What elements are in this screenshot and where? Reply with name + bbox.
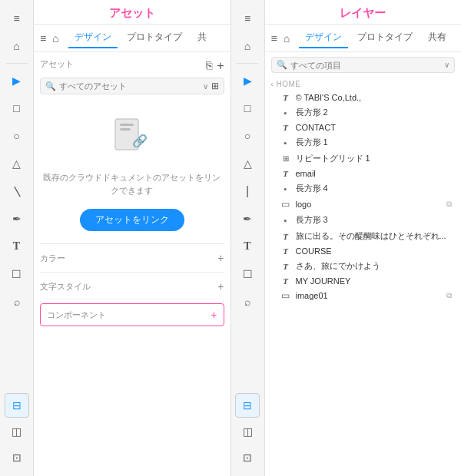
layers-icon-right[interactable]: ⊟ [235,393,260,418]
type-icon-7: ▭ [280,199,291,210]
type-icon-12: T [280,276,291,286]
search-tool-left[interactable]: ⌕ [5,289,29,314]
home-icon-left[interactable]: ⌂ [5,34,29,58]
link-asset-button[interactable]: アセットをリンク [80,209,184,231]
assets-section-title: アセット [40,58,74,70]
add-text-style-btn[interactable]: + [217,280,224,293]
search-icon-layers: 🔍 [277,60,287,70]
home-btn-layers[interactable]: ⌂ [284,32,290,45]
left-icon-sidebar: ≡ ⌂ ▶ □ ○ △ | ✒ T ☐ ⌕ ⊟ ◫ ⊡ [0,0,34,476]
hamburger-icon[interactable]: ≡ [5,6,29,31]
chevron-down-layers[interactable]: ∨ [444,61,449,69]
text-style-section: 文字スタイル + [40,272,224,300]
circle-tool[interactable]: ○ [5,124,29,148]
layer-name-13: image01 [296,291,443,300]
text-tool-left[interactable]: T [5,234,29,259]
text-tool-right[interactable]: T [235,234,260,259]
assets-panel: アセット ≡ ⌂ デザイン プロトタイプ 共 アセット ⎘ + 🔍 [34,0,230,476]
assets-search-input[interactable] [59,81,200,91]
layer-item[interactable]: T さあ、旅にでかけよう [268,258,459,274]
layers-body: ‹ HOME T © TABI'S Co,Ltd., ▪ 長方形 2 T C [265,78,462,476]
circle-tool-right[interactable]: ○ [235,124,260,148]
type-icon-9: T [280,232,291,241]
layer-item[interactable]: T CONTACT [268,121,459,134]
svg-text:🔗: 🔗 [132,134,148,148]
layer-item[interactable]: ▭ logo ⧉ [268,197,459,212]
bottom-icons-left: ⊟ ◫ ⊡ [5,393,29,476]
tab-prototype-layers[interactable]: プロトタイプ [351,28,419,48]
assets-body: アセット ⎘ + 🔍 ∨ ⊞ [34,52,230,476]
layer-name-11: さあ、旅にでかけよう [296,260,453,272]
layer-name-0: © TABI'S Co,Ltd., [296,93,453,102]
cursor-tool-right[interactable]: ▶ [235,68,260,93]
color-label: カラー [40,253,65,264]
tab-share-assets[interactable]: 共 [191,28,213,48]
color-section: カラー + [40,243,224,272]
assets-empty-state: 🔗 既存のクラウドドキュメントのアセットをリンクできます アセットをリンク [40,101,224,243]
layer-name-5: email [296,169,453,178]
separator-right [237,63,258,64]
layers-icon-left[interactable]: ⊟ [5,393,29,418]
layer-item[interactable]: T email [268,167,459,180]
home-icon-right[interactable]: ⌂ [235,34,260,58]
layer-item[interactable]: T © TABI'S Co,Ltd., [268,91,459,104]
tab-design-layers[interactable]: デザイン [299,28,348,48]
text-style-header[interactable]: 文字スタイル + [40,279,224,294]
rect-tool-right[interactable]: □ [235,96,260,121]
menu-icon-assets[interactable]: ≡ [40,32,46,45]
rect-tool[interactable]: □ [5,96,29,121]
add-component-btn[interactable]: + [211,309,217,321]
layer-item[interactable]: T MY JOURNEY [268,274,459,288]
type-icon-6: ▪ [280,184,291,193]
page-tool-right[interactable]: ☐ [235,262,260,286]
layers-search-input[interactable] [290,61,442,70]
ext-link-icon-13: ⧉ [446,291,452,300]
right-icon-sidebar: ≡ ⌂ ▶ □ ○ △ | ✒ T ☐ ⌕ ⊟ ◫ ⊡ [231,0,265,476]
stack-icon-left[interactable]: ◫ [5,419,29,444]
assets-search-row: 🔍 ∨ ⊞ [40,78,224,94]
line-tool[interactable]: | [0,174,33,208]
add-asset-btn[interactable]: + [217,59,224,73]
components-icon-left[interactable]: ⊡ [5,445,29,470]
components-icon-right[interactable]: ⊡ [235,445,260,470]
line-tool-right[interactable]: | [235,179,260,203]
home-btn-assets[interactable]: ⌂ [52,32,58,45]
layer-name-9: 旅に出る。その醍醐味はひとそれぞれ... [296,230,453,242]
layer-name-7: logo [296,200,443,209]
layer-name-3: 長方形 1 [296,137,453,148]
copy-icon[interactable]: ⎘ [206,59,212,73]
tab-prototype-assets[interactable]: プロトタイプ [121,28,188,48]
color-section-header[interactable]: カラー + [40,250,224,266]
layer-item[interactable]: ▪ 長方形 2 [268,104,459,121]
layer-item[interactable]: T COURSE [268,244,459,258]
pen-tool[interactable]: ✒ [5,207,29,231]
component-section[interactable]: コンポーネント + [40,303,224,326]
grid-view-icon[interactable]: ⊞ [211,81,219,91]
layer-item[interactable]: ⊞ リピートグリッド 1 [268,150,459,167]
layer-item[interactable]: T 旅に出る。その醍醐味はひとそれぞれ... [268,228,459,244]
layer-item[interactable]: ▪ 長方形 3 [268,212,459,228]
tab-share-layers[interactable]: 共有 [422,28,453,48]
layers-tab-bar: ≡ ⌂ デザイン プロトタイプ 共有 [265,25,462,52]
pen-tool-right[interactable]: ✒ [235,207,260,231]
type-icon-13: ▭ [280,290,291,301]
stack-icon-right[interactable]: ◫ [235,419,260,444]
separator [6,63,28,64]
bottom-icons-right: ⊟ ◫ ⊡ [235,393,260,476]
cursor-tool[interactable]: ▶ [5,68,29,93]
triangle-tool[interactable]: △ [5,151,29,176]
hamburger-icon-right[interactable]: ≡ [235,6,260,31]
type-icon-1: ▪ [280,108,291,117]
menu-icon-layers[interactable]: ≡ [271,32,277,45]
type-icon-3: ▪ [280,138,291,147]
tab-design-assets[interactable]: デザイン [68,28,118,48]
layer-item[interactable]: ▪ 長方形 4 [268,180,459,197]
chevron-down-assets[interactable]: ∨ [203,82,208,91]
layer-group-home[interactable]: ‹ HOME [268,78,459,91]
page-tool[interactable]: ☐ [5,262,29,286]
triangle-tool-right[interactable]: △ [235,151,260,176]
add-color-btn[interactable]: + [217,252,224,264]
search-tool-right[interactable]: ⌕ [235,289,260,314]
layer-item[interactable]: ▪ 長方形 1 [268,134,459,150]
layer-item[interactable]: ▭ image01 ⧉ [268,288,459,303]
